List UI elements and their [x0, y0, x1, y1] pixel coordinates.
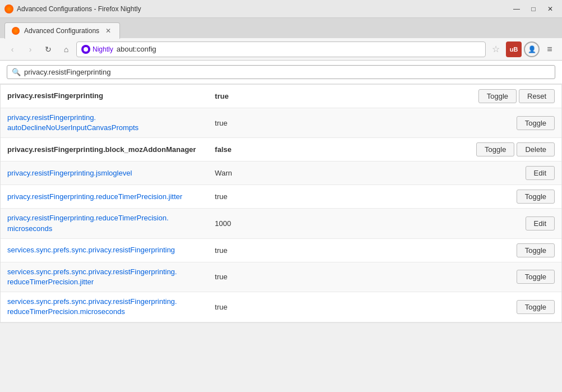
nightly-badge[interactable]: Nightly — [81, 45, 113, 54]
refresh-button[interactable]: ↻ — [40, 41, 56, 57]
pref-name: privacy.resistFingerprinting — [1, 85, 208, 108]
search-icon: 🔍 — [12, 68, 21, 76]
close-button[interactable]: ✕ — [543, 3, 558, 15]
search-container: 🔍 — [0, 61, 562, 84]
tab-label: Advanced Configurations — [24, 27, 99, 35]
address-text: about:config — [117, 45, 481, 53]
account-icon: 👤 — [528, 45, 536, 53]
pref-name: privacy.resistFingerprinting.jsmloglevel — [1, 162, 208, 185]
tab-favicon — [12, 27, 20, 35]
home-button[interactable]: ⌂ — [58, 41, 74, 57]
nightly-icon — [81, 45, 90, 54]
toggle-button[interactable]: Toggle — [517, 116, 555, 130]
search-input-wrap: 🔍 — [7, 65, 555, 79]
edit-button[interactable]: Edit — [526, 216, 555, 230]
pref-name: privacy.resistFingerprinting.reduceTimer… — [1, 209, 208, 238]
toggle-button[interactable]: Toggle — [476, 142, 514, 156]
pref-value: false — [208, 138, 243, 162]
window-title: Advanced Configurations - Firefox Nightl… — [17, 5, 509, 13]
pref-actions: Toggle — [243, 185, 561, 209]
pref-actions: ToggleDelete — [243, 138, 561, 162]
pref-name: privacy.resistFingerprinting.reduceTimer… — [1, 185, 208, 209]
pref-value: Warn — [208, 162, 243, 185]
back-button[interactable]: ‹ — [4, 41, 20, 57]
reset-button[interactable]: Reset — [519, 89, 555, 103]
pref-value: true — [208, 85, 243, 108]
tab-close-button[interactable]: ✕ — [104, 26, 113, 35]
pref-value: true — [208, 238, 243, 262]
pref-value: 1000 — [208, 209, 243, 238]
pref-actions: ToggleReset — [243, 85, 561, 108]
menu-button[interactable]: ≡ — [542, 41, 558, 57]
window-controls: — □ ✕ — [509, 3, 558, 15]
bookmark-button[interactable]: ☆ — [488, 41, 504, 57]
search-input[interactable] — [24, 68, 550, 76]
account-button[interactable]: 👤 — [524, 41, 540, 57]
pref-name: privacy.resistFingerprinting.block_mozAd… — [1, 138, 208, 162]
pref-actions: Toggle — [243, 292, 561, 322]
titlebar: Advanced Configurations - Firefox Nightl… — [0, 0, 562, 18]
pref-actions: Edit — [243, 209, 561, 238]
pref-actions: Toggle — [243, 108, 561, 138]
forward-button[interactable]: › — [22, 41, 38, 57]
navbar: ‹ › ↻ ⌂ Nightly about:config ☆ uB 👤 ≡ — [0, 38, 562, 61]
pref-value: true — [208, 185, 243, 209]
toggle-button[interactable]: Toggle — [517, 270, 555, 284]
firefox-icon — [4, 4, 13, 13]
pref-value: true — [208, 292, 243, 322]
pref-actions: Toggle — [243, 238, 561, 262]
pref-name: services.sync.prefs.sync.privacy.resistF… — [1, 292, 208, 322]
main-content: 🔍 privacy.resistFingerprintingtrueToggle… — [0, 61, 562, 323]
toggle-button[interactable]: Toggle — [517, 243, 555, 257]
config-table: privacy.resistFingerprintingtrueToggleRe… — [1, 85, 561, 322]
pref-name: privacy.resistFingerprinting.autoDecline… — [1, 108, 208, 138]
tabbar: Advanced Configurations ✕ — [0, 18, 562, 38]
toggle-button[interactable]: Toggle — [478, 89, 517, 103]
pref-name: services.sync.prefs.sync.privacy.resistF… — [1, 238, 208, 262]
address-bar[interactable]: Nightly about:config — [76, 41, 486, 57]
edit-button[interactable]: Edit — [526, 166, 555, 180]
toggle-button[interactable]: Toggle — [517, 190, 555, 204]
toggle-button[interactable]: Toggle — [517, 300, 555, 314]
config-table-container: privacy.resistFingerprintingtrueToggleRe… — [0, 84, 562, 323]
nightly-label: Nightly — [93, 45, 113, 53]
pref-actions: Edit — [243, 162, 561, 185]
minimize-button[interactable]: — — [509, 3, 524, 15]
active-tab[interactable]: Advanced Configurations ✕ — [4, 22, 120, 39]
pref-value: true — [208, 108, 243, 138]
svg-point-0 — [84, 47, 88, 52]
maximize-button[interactable]: □ — [526, 3, 541, 15]
pref-actions: Toggle — [243, 262, 561, 292]
pref-value: true — [208, 262, 243, 292]
pref-name: services.sync.prefs.sync.privacy.resistF… — [1, 262, 208, 292]
delete-button[interactable]: Delete — [517, 142, 555, 156]
ublock-button[interactable]: uB — [506, 41, 522, 57]
